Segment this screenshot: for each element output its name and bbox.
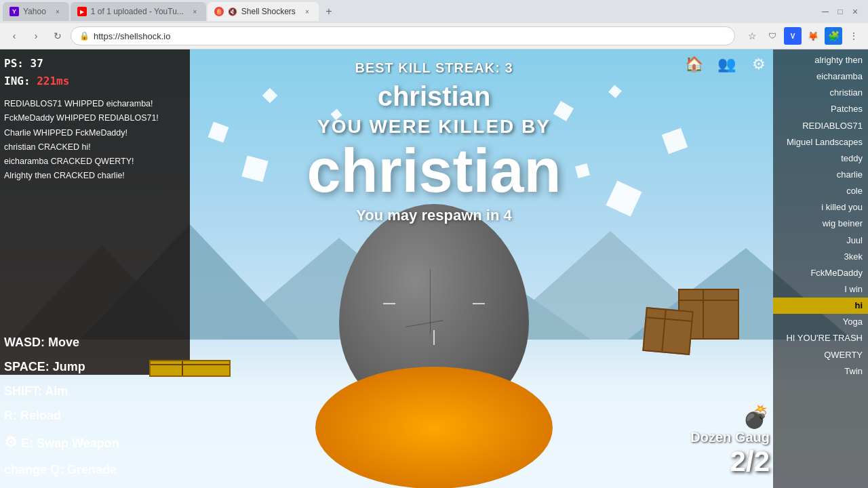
menu-button[interactable]: ⋮: [845, 27, 863, 45]
player-8: charlie: [773, 167, 868, 183]
grenade-icon: 💣: [690, 404, 770, 430]
crosshair-center: [433, 330, 435, 345]
yahoo-favicon: Y: [9, 7, 19, 16]
crate-left: [149, 360, 231, 377]
address-url: https://shellshock.io: [94, 31, 170, 41]
home-icon[interactable]: 🏠: [683, 54, 705, 75]
friends-icon[interactable]: 👥: [715, 54, 737, 75]
player-10: i killed you: [773, 199, 868, 216]
window-controls: ─ □ ×: [821, 7, 865, 16]
tab-yahoo[interactable]: Y Yahoo ×: [3, 2, 69, 21]
player-7: teddy: [773, 150, 868, 167]
right-sidebar: alrighty then eicharamba christian Patch…: [773, 49, 868, 488]
close-button[interactable]: ×: [850, 7, 860, 16]
address-box[interactable]: 🔒 https://shellshock.io: [71, 26, 735, 45]
tab-game-label: 🔇: [228, 7, 237, 16]
player-14: FckMeDaddy: [773, 265, 868, 281]
lock-icon: 🔒: [79, 31, 90, 41]
ctrl-3: R: Reload: [4, 403, 119, 428]
back-button[interactable]: ‹: [5, 27, 23, 45]
player-19: QWERTY: [773, 347, 868, 363]
tab-yahoo-label: Yahoo: [23, 7, 46, 16]
player-6: Miguel Landscapes: [773, 134, 868, 150]
minimize-button[interactable]: ─: [821, 7, 830, 16]
crate-2: [642, 307, 693, 355]
weapon-hud: 💣 Dozen Gaug 2/2: [690, 404, 770, 478]
player-17: Yoga: [773, 314, 868, 330]
tab-youtube[interactable]: ▶ 1 of 1 uploaded - YouTu... ×: [71, 2, 206, 21]
address-bar-row: ‹ › ↻ 🔒 https://shellshock.io ☆ 🛡 V 🦊 🧩 …: [0, 23, 868, 49]
respawn-text: You may respawn in 4: [356, 207, 511, 224]
shell-favicon: 🥚: [214, 7, 224, 16]
toolbar-right: ☆ 🛡 V 🦊 🧩 ⋮: [743, 27, 863, 45]
forward-button[interactable]: ›: [27, 27, 45, 45]
ctrl-2: SHIFT: Aim: [4, 379, 119, 403]
player-3: christian: [773, 85, 868, 101]
center-hud: BEST KILL STREAK: 3 christian YOU WERE K…: [0, 49, 868, 224]
tab-game-name: Shell Shockers: [241, 7, 296, 16]
player-15: I win: [773, 281, 868, 298]
player-12: Juul: [773, 232, 868, 249]
ctrl-0: WASD: Move: [4, 330, 119, 354]
metamask-icon[interactable]: 🦊: [804, 27, 822, 45]
yt-favicon: ▶: [77, 7, 87, 16]
killer-name-large: christian: [307, 140, 561, 201]
kill-streak-text: BEST KILL STREAK: 3: [355, 60, 513, 76]
crosshair-left: [383, 303, 395, 304]
player-4: Patches: [773, 101, 868, 117]
game-area[interactable]: PS: 37 ING: 221ms REDIABLOS71 WHIPPED ei…: [0, 49, 868, 488]
tab-game[interactable]: 🥚 🔇 Shell Shockers ×: [208, 2, 319, 21]
player-2: eicharamba: [773, 68, 868, 85]
bookmark-button[interactable]: ☆: [743, 27, 761, 45]
refresh-button[interactable]: ↻: [49, 27, 66, 45]
settings-icon[interactable]: ⚙: [748, 54, 770, 75]
maximize-button[interactable]: □: [835, 7, 845, 16]
shield-icon[interactable]: 🛡: [764, 27, 781, 45]
weapon-name: Dozen Gaug: [690, 430, 770, 445]
player-16: hi: [773, 298, 868, 314]
player-11: wig beiner: [773, 216, 868, 232]
tab-bar: Y Yahoo × ▶ 1 of 1 uploaded - YouTu... ×…: [0, 0, 868, 23]
tab-game-close[interactable]: ×: [302, 7, 312, 16]
ammo-count: 2/2: [690, 445, 770, 478]
player-13: 3kek: [773, 249, 868, 265]
player-20: Twin: [773, 363, 868, 380]
ctrl-5: change Q: Grenade: [4, 458, 119, 482]
tab-yt-label: 1 of 1 uploaded - YouTu...: [91, 7, 184, 16]
puzzle-icon[interactable]: 🧩: [825, 27, 842, 45]
player-5: REDIABLOS71: [773, 118, 868, 134]
top-icons: 🏠 👥 ⚙: [683, 54, 770, 75]
tab-yt-close[interactable]: ×: [191, 7, 199, 16]
killer-name-small: christian: [378, 81, 491, 112]
extensions-button[interactable]: V: [784, 27, 802, 45]
killed-by-text: YOU WERE KILLED BY: [317, 116, 551, 138]
player-18: HI YOU'RE TRASH: [773, 330, 868, 346]
browser-chrome: Y Yahoo × ▶ 1 of 1 uploaded - YouTu... ×…: [0, 0, 868, 49]
player-9: cole: [773, 183, 868, 199]
crosshair-right: [473, 303, 485, 304]
new-tab-button[interactable]: +: [320, 3, 338, 20]
ctrl-4: ⚙ E: Swap Weapon: [4, 428, 119, 458]
controls-legend: WASD: MoveSPACE: JumpSHIFT: AimR: Reload…: [4, 330, 119, 482]
player-1: alrighty then: [773, 52, 868, 68]
ctrl-1: SPACE: Jump: [4, 354, 119, 379]
tab-yahoo-close[interactable]: ×: [53, 7, 62, 16]
yolk-hat: [315, 367, 553, 488]
